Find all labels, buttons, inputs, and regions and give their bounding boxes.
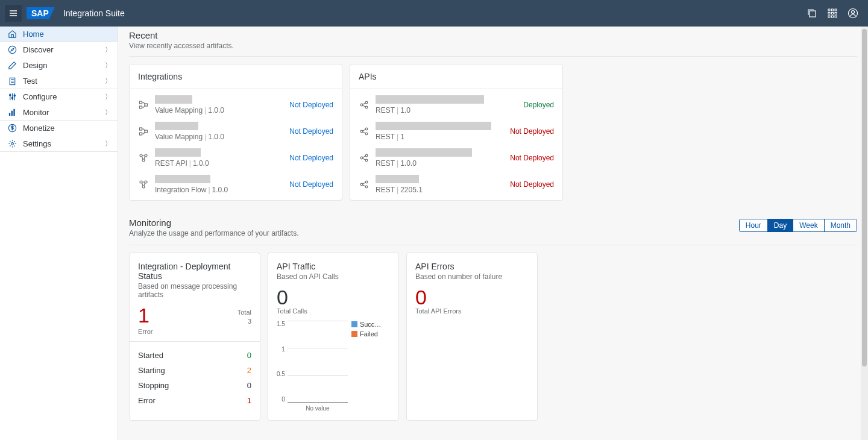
stat-value: 0 [247, 381, 251, 390]
artifact-row[interactable]: Integration Flow|1.0.0Not Deployed [130, 171, 342, 198]
vm-icon [138, 99, 149, 110]
artifact-status: Not Deployed [510, 154, 554, 162]
sidebar-item-label: Discover [23, 45, 105, 54]
svg-point-15 [11, 97, 13, 98]
artifact-row[interactable]: REST|1Not Deployed [350, 118, 562, 145]
user-icon[interactable] [848, 8, 858, 19]
svg-point-12 [8, 46, 16, 53]
card-title: Integration - Deployment Status [138, 262, 251, 281]
errors-label: Total API Errors [415, 307, 529, 315]
svg-point-33 [142, 186, 145, 188]
svg-point-32 [145, 181, 147, 183]
chevron-right-icon: 〉 [105, 61, 112, 70]
svg-point-11 [852, 11, 855, 14]
api-traffic-card[interactable]: API Traffic Based on API Calls 0 Total C… [268, 253, 399, 421]
svg-point-29 [145, 154, 147, 157]
svg-point-34 [360, 104, 363, 106]
artifact-row[interactable]: REST API|1.0.0Not Deployed [130, 145, 342, 171]
artifact-meta: REST|1.0.0 [376, 159, 504, 168]
sidebar-item-label: Monitor [23, 108, 105, 117]
time-range-month[interactable]: Month [825, 219, 857, 231]
time-range-week[interactable]: Week [793, 219, 824, 231]
artifact-row[interactable]: Value Mapping|1.0.0Not Deployed [130, 92, 342, 118]
sidebar-item-test[interactable]: Test〉 [0, 74, 118, 89]
card-subtitle: Based on message processing artifacts [138, 282, 251, 299]
sidebar-item-configure[interactable]: Configure〉 [0, 89, 118, 105]
time-range-hour[interactable]: Hour [740, 219, 768, 231]
svg-point-36 [365, 106, 368, 108]
deployment-error-count: 1 [138, 305, 149, 325]
stat-value: 1 [247, 396, 251, 405]
chevron-right-icon: 〉 [105, 139, 112, 148]
svg-point-42 [365, 159, 368, 162]
clipboard-icon [7, 77, 17, 86]
artifact-name-redacted [155, 175, 210, 183]
divider [129, 245, 857, 245]
scrollbar[interactable] [861, 27, 868, 440]
svg-point-39 [365, 133, 368, 135]
svg-rect-18 [11, 111, 12, 116]
artifact-meta: Value Mapping|1.0.0 [155, 106, 283, 115]
svg-rect-5 [832, 13, 834, 14]
home-icon [7, 30, 17, 39]
svg-rect-1 [828, 9, 830, 11]
sidebar-item-monitor[interactable]: Monitor〉 [0, 105, 118, 121]
pencil-icon [7, 61, 17, 71]
copy-icon[interactable] [807, 8, 817, 19]
total-label: Total [237, 308, 251, 316]
sliders-icon [7, 92, 17, 102]
share-icon [359, 152, 370, 163]
sidebar-item-monetize[interactable]: Monetize [0, 121, 118, 136]
svg-rect-3 [835, 9, 837, 11]
artifact-row[interactable]: Value Mapping|1.0.0Not Deployed [130, 118, 342, 145]
svg-point-38 [365, 128, 368, 130]
svg-rect-25 [140, 128, 142, 130]
integrations-card: Integrations Value Mapping|1.0.0Not Depl… [129, 64, 342, 201]
time-range-day[interactable]: Day [768, 219, 793, 231]
svg-rect-9 [835, 16, 837, 17]
svg-rect-7 [828, 16, 830, 17]
artifact-status: Not Deployed [289, 101, 333, 109]
traffic-count: 0 [277, 287, 390, 307]
api-errors-card[interactable]: API Errors Based on number of failure 0 … [406, 253, 538, 421]
chart-legend: Succ…Failed [351, 321, 381, 340]
artifact-name-redacted [376, 148, 472, 157]
divider [129, 56, 857, 57]
svg-rect-27 [145, 130, 148, 133]
svg-point-45 [365, 186, 368, 188]
sidebar-item-settings[interactable]: Settings〉 [0, 136, 118, 152]
apps-grid-icon[interactable] [827, 8, 838, 19]
apis-card: APIs REST|1.0DeployedREST|1Not DeployedR… [350, 64, 563, 201]
chevron-right-icon: 〉 [105, 45, 112, 54]
svg-rect-0 [810, 11, 816, 17]
chart-x-label: No value [288, 405, 348, 412]
artifact-row[interactable]: REST|2205.1Not Deployed [350, 171, 562, 198]
svg-rect-6 [835, 13, 837, 14]
sidebar-item-label: Design [23, 61, 105, 70]
artifact-name-redacted [376, 122, 491, 130]
legend-label: Succ… [360, 321, 381, 328]
app-title: Integration Suite [63, 8, 125, 18]
artifact-row[interactable]: REST|1.0Deployed [350, 92, 562, 118]
svg-point-43 [360, 183, 363, 186]
sidebar-item-home[interactable]: Home [0, 27, 118, 42]
chart-plot-area [288, 321, 348, 403]
deployment-status-card[interactable]: Integration - Deployment Status Based on… [129, 253, 260, 421]
sidebar-item-design[interactable]: Design〉 [0, 58, 118, 74]
artifact-name-redacted [155, 95, 192, 104]
share-icon [359, 179, 370, 190]
legend-swatch [351, 321, 357, 327]
artifact-name-redacted [376, 175, 419, 183]
stat-label: Started [138, 351, 163, 360]
traffic-chart: 1.510.50 No value [277, 321, 390, 412]
stat-row-error: Error1 [138, 393, 251, 408]
artifact-row[interactable]: REST|1.0.0Not Deployed [350, 145, 562, 171]
svg-point-41 [365, 154, 368, 157]
y-tick: 1 [277, 346, 285, 353]
svg-point-16 [14, 95, 15, 96]
sidebar-item-discover[interactable]: Discover〉 [0, 42, 118, 58]
menu-toggle-button[interactable] [5, 5, 22, 22]
svg-point-21 [11, 143, 13, 145]
svg-rect-4 [828, 13, 830, 14]
errors-count: 0 [415, 287, 529, 307]
